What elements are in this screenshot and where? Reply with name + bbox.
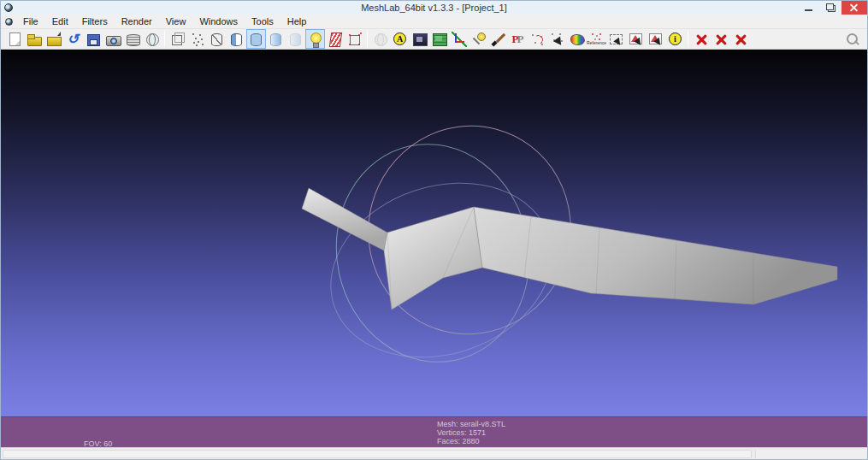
menu-help[interactable]: Help [280, 15, 314, 28]
align-tool-icon[interactable] [567, 29, 587, 49]
layer-dialog-icon[interactable] [122, 29, 142, 49]
delete-selected-vertices-icon [694, 32, 709, 47]
mesh-canvas [1, 50, 868, 418]
texture-render-icon [290, 33, 301, 46]
wireframe-render-icon [211, 33, 222, 46]
hidden-lines-render-icon [231, 33, 242, 46]
open-project-icon[interactable] [24, 29, 44, 49]
z-painting-icon[interactable] [488, 29, 508, 49]
snapshot-icon[interactable] [103, 29, 122, 49]
select-rectangle-icon [609, 32, 624, 47]
menu-file[interactable]: File [16, 15, 45, 28]
search-filter-icon [845, 32, 860, 47]
meshlab-window: MeshLab_64bit v1.3.3 - [Project_1] FileE… [0, 0, 868, 460]
points-render-icon[interactable] [187, 29, 207, 49]
snapshot-icon [105, 32, 121, 47]
smooth-shading-icon[interactable] [266, 29, 286, 49]
reference-tool-icon [591, 32, 603, 41]
texture-parametrization-icon [432, 32, 447, 47]
new-empty-project-icon [7, 32, 22, 47]
fov-value: FOV: 60 [84, 439, 122, 449]
bottom-panel-right [755, 450, 867, 458]
toolbar-separator [688, 31, 688, 47]
hidden-lines-render-icon[interactable] [227, 29, 246, 49]
flat-lines-render-icon[interactable] [325, 29, 345, 49]
show-axis-icon[interactable] [449, 29, 469, 49]
web-export-icon[interactable] [142, 29, 162, 49]
select-faces-icon [629, 32, 644, 47]
statusbar: FOV: 60 FPS: 64.1 Mesh: serail-v8.STL Ve… [1, 416, 867, 447]
delete-selected-vertices-icon[interactable] [691, 29, 711, 49]
z-painting-icon [491, 32, 506, 47]
quoted-box-icon [347, 32, 363, 47]
bounding-box-render-icon[interactable] [168, 29, 187, 49]
menu-windows[interactable]: Windows [192, 15, 245, 28]
close-button[interactable] [841, 1, 867, 15]
menu-render[interactable]: Render [115, 15, 159, 28]
move-vertex-icon [550, 32, 565, 47]
menu-view[interactable]: View [159, 15, 193, 28]
wireframe-render-icon[interactable] [207, 29, 227, 49]
background-grid-icon [412, 32, 428, 47]
light-toggle-icon [308, 32, 323, 47]
trackball-visibility-icon [373, 32, 388, 47]
info-icon: i [669, 32, 682, 45]
menubar: FileEditFiltersRenderViewWindowsToolsHel… [1, 15, 867, 29]
ambient-occlusion-icon[interactable]: A [390, 29, 410, 49]
reference-tool-icon-label: Reference [587, 41, 606, 45]
picked-points-icon: PP [511, 32, 526, 47]
point-measure-icon [530, 32, 546, 47]
save-mesh-icon[interactable] [83, 29, 103, 49]
delete-faces-and-vertices-icon [733, 32, 748, 47]
vertices-count: Vertices: 1571 [437, 428, 505, 437]
select-connected-faces-icon[interactable] [646, 29, 665, 49]
delete-selected-faces-icon [713, 32, 729, 47]
import-mesh-icon[interactable] [44, 29, 63, 49]
open-project-icon [27, 32, 42, 47]
delete-selected-faces-icon[interactable] [711, 29, 730, 49]
delete-faces-and-vertices-icon[interactable] [730, 29, 750, 49]
search-filter-icon[interactable] [842, 29, 862, 49]
quoted-box-icon[interactable] [345, 29, 364, 49]
bottom-panel [1, 447, 867, 459]
flat-shading-icon [251, 33, 262, 46]
info-icon[interactable]: i [665, 29, 685, 49]
layer-dialog-icon [125, 32, 140, 47]
point-picker-icon[interactable] [469, 29, 488, 49]
ambient-occlusion-icon: A [393, 32, 406, 45]
trackball-visibility-icon[interactable] [370, 29, 390, 49]
minimize-button[interactable] [797, 1, 819, 15]
reference-tool-icon[interactable]: Reference [587, 29, 606, 49]
menu-edit[interactable]: Edit [45, 15, 75, 28]
select-faces-icon[interactable] [626, 29, 646, 49]
mesh-name: Mesh: serail-v8.STL [437, 420, 505, 428]
reload-mesh-icon [66, 32, 81, 47]
point-picker-icon [471, 32, 487, 47]
flat-shading-icon[interactable] [246, 29, 266, 49]
align-tool-icon [570, 32, 585, 47]
bounding-box-render-icon [170, 32, 186, 47]
restore-button[interactable] [819, 1, 841, 15]
texture-render-icon[interactable] [286, 29, 305, 49]
new-empty-project-icon[interactable] [4, 29, 24, 49]
titlebar: MeshLab_64bit v1.3.3 - [Project_1] [1, 1, 867, 15]
point-measure-icon[interactable] [528, 29, 547, 49]
picked-points-icon[interactable]: PP [508, 29, 528, 49]
toolbar-separator [367, 31, 368, 47]
toolbar: APPReferencei [1, 29, 867, 50]
menu-tools[interactable]: Tools [245, 15, 280, 28]
save-mesh-icon [86, 32, 101, 47]
texture-parametrization-icon[interactable] [429, 29, 449, 49]
menu-filters[interactable]: Filters [75, 15, 115, 28]
import-mesh-icon [46, 32, 62, 47]
move-vertex-icon[interactable] [547, 29, 567, 49]
light-toggle-icon[interactable] [305, 29, 325, 49]
smooth-shading-icon [270, 33, 281, 46]
show-axis-icon [452, 32, 467, 47]
reload-mesh-icon[interactable] [63, 29, 83, 49]
background-grid-icon[interactable] [410, 29, 429, 49]
web-export-icon [145, 32, 160, 47]
document-logo-icon [5, 18, 13, 26]
viewport-3d[interactable] [1, 50, 867, 416]
select-rectangle-icon[interactable] [606, 29, 626, 49]
